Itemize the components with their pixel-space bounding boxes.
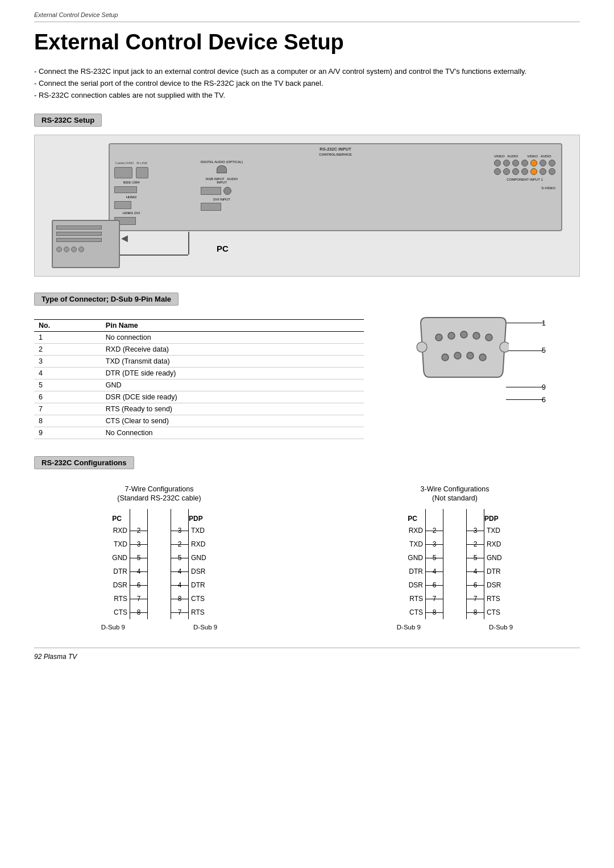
pin-name-cell: DTR (DTE side ready) xyxy=(101,368,364,379)
7w-pc-num-3: 3 xyxy=(130,537,147,551)
7w-pdp-num-4c: 4 xyxy=(171,578,188,592)
3w-pdp-header: PDP xyxy=(484,509,502,524)
table-row: 6DSR (DCE side ready) xyxy=(34,391,364,403)
connector-table: No. Pin Name 1No connection2RXD (Receive… xyxy=(34,319,364,439)
svg-point-10 xyxy=(500,342,509,352)
pin-no-cell: 9 xyxy=(34,427,101,439)
table-row: 2RXD (Receive data) xyxy=(34,344,364,356)
7w-pdp-txd-sig: TXD xyxy=(189,524,206,537)
page-title: External Control Device Setup xyxy=(34,30,580,55)
7w-pdp-dtr-sig: DTR xyxy=(189,578,206,592)
7w-dtr-sig: DTR xyxy=(112,565,130,578)
wire-configs-container: 7-Wire Configurations (Standard RS-232C … xyxy=(34,485,580,631)
7w-left-footer: D-Sub 9 xyxy=(101,624,125,631)
av-port-2 xyxy=(503,160,510,166)
table-row: 9No Connection xyxy=(34,427,364,439)
cable-horizontal xyxy=(120,254,188,256)
dsub-visual: 1 5 9 6 xyxy=(409,312,557,420)
svg-point-2 xyxy=(460,331,467,338)
svg-point-3 xyxy=(473,332,480,339)
7w-cts-sig: CTS xyxy=(112,606,130,619)
7w-pdp-num-8: 8 xyxy=(171,592,188,606)
dsub-diagram-col: 1 5 9 6 xyxy=(387,293,580,439)
7w-pdp-rts-sig: RTS xyxy=(189,606,206,619)
svg-point-0 xyxy=(435,334,442,341)
av-port-4 xyxy=(521,160,528,166)
intro-item-2: Connect the serial port of the control d… xyxy=(34,78,580,90)
ieee1394-port xyxy=(114,186,137,193)
7w-pdp-num-5: 5 xyxy=(171,551,188,565)
seven-wire-footers: D-Sub 9 D-Sub 9 xyxy=(34,624,284,631)
right-ports: VIDEO AUDIO VIDEO AUDIO xyxy=(494,155,555,190)
pin-name-cell: DSR (DCE side ready) xyxy=(101,391,364,403)
pin-name-cell: CTS (Clear to send) xyxy=(101,415,364,427)
svg-point-6 xyxy=(454,352,461,359)
audio-input-port xyxy=(223,187,231,195)
seven-wire-subtitle: (Standard RS-232C cable) xyxy=(34,494,284,502)
pin-name-cell: RXD (Receive data) xyxy=(101,344,364,356)
7w-pdp-num-7: 7 xyxy=(171,606,188,619)
av-port-3 xyxy=(512,160,519,166)
7w-gnd-sig: GND xyxy=(112,551,130,565)
7w-rxd-sig: RXD xyxy=(112,524,130,537)
three-wire-diagram: PC RXD TXD GND DTR DSR RTS CTS 2 xyxy=(330,509,580,619)
av-port-7 xyxy=(549,160,555,166)
line-to-9 xyxy=(506,387,544,387)
3w-pc-signals: PC RXD TXD GND DTR DSR RTS CTS xyxy=(408,509,425,619)
cable-arrow: ◄ xyxy=(119,232,130,245)
7w-pc-num-2: 2 xyxy=(130,524,147,537)
7w-pc-num-6: 6 xyxy=(130,578,147,592)
7w-pc-num-7: 7 xyxy=(130,592,147,606)
pc-label: PC xyxy=(217,244,229,253)
7w-pdp-signals: PDP TXD RXD GND DSR DTR CTS RTS xyxy=(189,509,206,619)
cablecard-port xyxy=(114,167,132,178)
pin-no-cell: 8 xyxy=(34,415,101,427)
7w-rts-sig: RTS xyxy=(112,592,130,606)
7w-pc-num-4a: 4 xyxy=(130,565,147,578)
optical-port xyxy=(217,165,227,173)
svg-point-1 xyxy=(448,332,455,339)
svg-point-4 xyxy=(486,334,492,341)
pin-name-cell: GND xyxy=(101,379,364,391)
7w-pc-nums: 2 3 5 4 xyxy=(130,509,148,619)
three-wire-footers: D-Sub 9 D-Sub 9 xyxy=(330,624,580,631)
pin-no-cell: 5 xyxy=(34,379,101,391)
hdmi2-port xyxy=(114,201,131,209)
7w-pdp-dsr-sig: DSR xyxy=(189,565,206,578)
table-row: 8CTS (Clear to send) xyxy=(34,415,364,427)
seven-wire-config: 7-Wire Configurations (Standard RS-232C … xyxy=(34,485,284,631)
pin-name-cell: TXD (Transmit data) xyxy=(101,356,364,368)
pc-box xyxy=(52,220,120,268)
table-row: 4DTR (DTE side ready) xyxy=(34,368,364,379)
rs232-input-label: RS-232C INPUTCONTROL/SERVICE xyxy=(110,147,561,157)
7w-pdp-gnd-sig: GND xyxy=(189,551,206,565)
col-pin-name: Pin Name xyxy=(101,320,364,332)
7w-pdp-header: PDP xyxy=(189,509,206,524)
line-to-6 xyxy=(506,399,544,400)
left-ports: CableCARD B-LINK IEEE-1394 HDMI2 HDMI1 D… xyxy=(114,161,148,225)
line-to-1 xyxy=(506,323,544,323)
pin-no-cell: 4 xyxy=(34,368,101,379)
line-to-5 xyxy=(506,350,544,351)
three-wire-title: 3-Wire Configurations xyxy=(330,485,580,493)
table-row: 1No connection xyxy=(34,332,364,344)
blink-port xyxy=(136,167,148,178)
av-port-6 xyxy=(540,160,546,166)
7w-pc-header: PC xyxy=(112,509,130,524)
connector-table-col: Type of Connector; D-Sub 9-Pin Male No. … xyxy=(34,293,364,439)
7w-pdp-rxd-sig: RXD xyxy=(189,537,206,551)
tv-back-panel: RS-232C INPUTCONTROL/SERVICE CableCARD B… xyxy=(109,143,562,231)
intro-list: Connect the RS-232C input jack to an ext… xyxy=(34,66,580,101)
table-row: 5GND xyxy=(34,379,364,391)
tv-diagram: RS-232C INPUTCONTROL/SERVICE CableCARD B… xyxy=(34,135,580,277)
connector-table-header-row: No. Pin Name xyxy=(34,320,364,332)
av-port-5 xyxy=(530,160,537,166)
connector-section-header: Type of Connector; D-Sub 9-Pin Male xyxy=(34,293,179,306)
config-section-header: RS-232C Configurations xyxy=(34,456,134,469)
pin-name-cell: RTS (Ready to send) xyxy=(101,403,364,415)
rgb-input-port xyxy=(201,187,221,195)
3w-pc-nums: 2 3 5 4 xyxy=(425,509,443,619)
pin-no-cell: 1 xyxy=(34,332,101,344)
svg-point-7 xyxy=(467,352,474,359)
7w-pdp-num-4b: 4 xyxy=(171,565,188,578)
